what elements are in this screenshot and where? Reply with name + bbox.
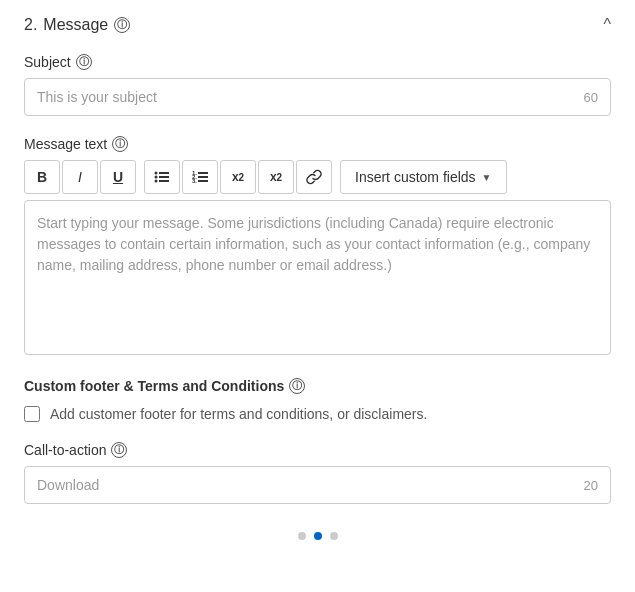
cta-info-icon[interactable]: ⓘ (111, 442, 127, 458)
bold-button[interactable]: B (24, 160, 60, 194)
section-number: 2. (24, 16, 37, 34)
svg-point-0 (155, 172, 158, 175)
unordered-list-icon (154, 170, 170, 184)
footer-checkbox-row: Add customer footer for terms and condit… (24, 406, 611, 422)
cta-input-wrapper: 20 (24, 466, 611, 504)
footer-info-icon[interactable]: ⓘ (289, 378, 305, 394)
footer-checkbox-label[interactable]: Add customer footer for terms and condit… (24, 406, 427, 422)
svg-text:3.: 3. (192, 178, 197, 184)
cta-input[interactable] (25, 467, 584, 503)
subject-input-wrapper: 60 (24, 78, 611, 116)
underline-button[interactable]: U (100, 160, 136, 194)
nav-dot-3 (330, 532, 338, 540)
nav-dots (298, 532, 338, 540)
section-title: 2. Message ⓘ (24, 16, 130, 34)
footer-checkbox[interactable] (24, 406, 40, 422)
svg-rect-3 (159, 176, 169, 178)
nav-dot-1 (298, 532, 306, 540)
message-label: Message text ⓘ (24, 136, 611, 152)
subject-char-count: 60 (584, 90, 610, 105)
svg-rect-9 (198, 176, 208, 178)
cta-field-group: Call-to-action ⓘ 20 (24, 442, 611, 504)
subject-info-icon[interactable]: ⓘ (76, 54, 92, 70)
svg-rect-7 (198, 172, 208, 174)
ordered-list-button[interactable]: 1. 2. 3. (182, 160, 218, 194)
footer-section: Custom footer & Terms and Conditions ⓘ A… (24, 378, 611, 422)
svg-point-4 (155, 180, 158, 183)
insert-dropdown-arrow: ▼ (482, 172, 492, 183)
link-icon (306, 169, 322, 185)
message-field-group: Message text ⓘ B I U 1. (24, 136, 611, 358)
svg-point-2 (155, 176, 158, 179)
subscript-button[interactable]: x2 (258, 160, 294, 194)
collapse-icon[interactable]: ^ (603, 16, 611, 34)
insert-custom-fields-button[interactable]: Insert custom fields ▼ (340, 160, 507, 194)
footer-label: Custom footer & Terms and Conditions ⓘ (24, 378, 611, 394)
section-name: Message (43, 16, 108, 34)
subject-label: Subject ⓘ (24, 54, 611, 70)
ordered-list-icon: 1. 2. 3. (192, 170, 208, 184)
section-info-icon[interactable]: ⓘ (114, 17, 130, 33)
message-info-icon[interactable]: ⓘ (112, 136, 128, 152)
svg-rect-1 (159, 172, 169, 174)
subject-field-group: Subject ⓘ 60 (24, 54, 611, 116)
link-button[interactable] (296, 160, 332, 194)
svg-rect-11 (198, 180, 208, 182)
nav-dot-2 (314, 532, 322, 540)
svg-rect-5 (159, 180, 169, 182)
cta-label: Call-to-action ⓘ (24, 442, 611, 458)
section-header: 2. Message ⓘ ^ (24, 16, 611, 34)
italic-button[interactable]: I (62, 160, 98, 194)
subject-input[interactable] (25, 79, 584, 115)
message-toolbar: B I U 1. 2. (24, 160, 611, 194)
cta-char-count: 20 (584, 478, 610, 493)
unordered-list-button[interactable] (144, 160, 180, 194)
message-textarea[interactable] (24, 200, 611, 355)
bottom-nav (24, 524, 611, 540)
superscript-button[interactable]: x2 (220, 160, 256, 194)
